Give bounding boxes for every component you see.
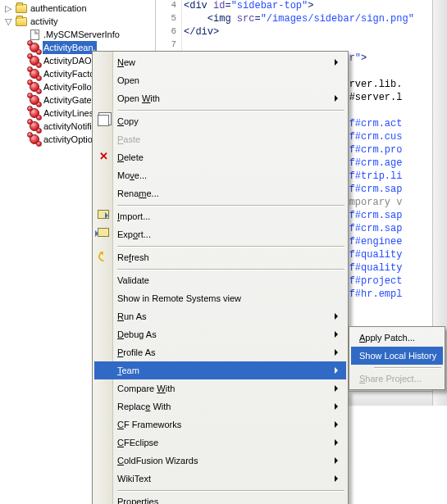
- tree-item[interactable]: .MySCMServerInfo: [0, 28, 155, 41]
- tree-item-label: ActivityBean.: [43, 41, 97, 54]
- submenu-arrow-icon: [335, 403, 341, 410]
- submenu-arrow-icon: [335, 439, 341, 446]
- menu-item-label: Refresh: [117, 252, 149, 262]
- submenu-arrow-icon: [335, 457, 341, 464]
- menu-item[interactable]: Copy: [94, 112, 346, 130]
- line-number: 5: [156, 13, 181, 26]
- submenu-arrow-icon: [335, 59, 341, 66]
- code-line[interactable]: <div id="sidebar-top">: [184, 0, 445, 13]
- menu-item-label: Open: [117, 75, 139, 85]
- submenu-arrow-icon: [335, 95, 341, 102]
- submenu-arrow-icon: [335, 475, 341, 482]
- menu-item-label: Apply Patch...: [359, 333, 415, 343]
- refresh-icon: [98, 251, 111, 264]
- menu-item-label: WikiText: [117, 474, 151, 484]
- component-icon: [28, 54, 41, 67]
- tree-item[interactable]: ▷authentication: [0, 2, 155, 15]
- menu-item[interactable]: ColdFusion Wizards: [94, 452, 346, 470]
- menu-item[interactable]: Apply Patch...: [351, 329, 443, 347]
- menu-item-label: Team: [117, 366, 139, 375]
- submenu-arrow-icon: [335, 331, 341, 338]
- tree-item[interactable]: ▽activity: [0, 15, 155, 28]
- export-icon: [98, 228, 111, 241]
- menu-item[interactable]: Properties: [94, 493, 346, 504]
- menu-item-label: Share Project...: [359, 374, 422, 384]
- menu-item-label: Copy: [117, 116, 139, 126]
- tree-item-label: activity: [30, 15, 59, 28]
- line-number: 4: [156, 0, 181, 13]
- component-icon: [28, 41, 41, 54]
- menu-item-label: Profile As: [117, 347, 155, 357]
- tree-item-label: ActivityFollo: [43, 80, 93, 93]
- menu-item[interactable]: Compare With: [94, 379, 346, 397]
- menu-item-label: Paste: [117, 134, 140, 144]
- menu-item-label: ColdFusion Wizards: [117, 456, 198, 465]
- menu-item-label: Compare With: [117, 384, 175, 393]
- menu-item[interactable]: Replace With: [94, 397, 346, 415]
- menu-item: Share Project...: [351, 370, 443, 388]
- code-line[interactable]: <img src="/images/sidebar/sign.png": [184, 13, 445, 26]
- submenu-arrow-icon: [335, 349, 341, 356]
- tree-item-label: activityOptio: [43, 133, 94, 146]
- menu-item[interactable]: New: [94, 53, 346, 71]
- file-icon: [28, 28, 41, 41]
- menu-item-label: Open With: [117, 93, 160, 103]
- tree-item-label: ActivityDAO.: [43, 54, 95, 67]
- menu-item[interactable]: CF Frameworks: [94, 415, 346, 434]
- menu-item-label: New: [117, 57, 135, 67]
- menu-item[interactable]: Open With: [94, 89, 346, 107]
- menu-item[interactable]: Rename...: [94, 184, 346, 202]
- menu-item-label: Run As: [117, 311, 146, 321]
- menu-item[interactable]: Show in Remote Systems view: [94, 289, 346, 307]
- menu-item[interactable]: Export...: [94, 225, 346, 243]
- menu-item-label: Export...: [117, 229, 151, 239]
- submenu-arrow-icon: [335, 313, 341, 320]
- menu-item[interactable]: Import...: [94, 207, 346, 225]
- tree-item-label: activityNotifi: [43, 120, 93, 133]
- menu-item[interactable]: WikiText: [94, 470, 346, 488]
- menu-item[interactable]: Validate: [94, 271, 346, 289]
- menu-item[interactable]: Open: [94, 71, 346, 89]
- copy-icon: [98, 115, 111, 128]
- folder-icon: [15, 2, 28, 15]
- menu-item[interactable]: Debug As: [94, 325, 346, 343]
- menu-item-label: Show in Remote Systems view: [117, 293, 241, 303]
- menu-item[interactable]: ✕Delete: [94, 148, 346, 166]
- menu-item[interactable]: Show Local History: [351, 347, 443, 365]
- menu-item-label: CFEclipse: [117, 438, 158, 447]
- component-icon: [28, 107, 41, 120]
- menu-item-label: Replace With: [117, 402, 171, 411]
- menu-item[interactable]: Profile As: [94, 343, 346, 361]
- folder-icon: [15, 15, 28, 28]
- line-number: 6: [156, 26, 181, 39]
- component-icon: [28, 93, 41, 107]
- tree-twisty-icon[interactable]: ▷: [2, 2, 15, 15]
- delete-icon: ✕: [98, 151, 111, 164]
- tree-item-label: .MySCMServerInfo: [43, 28, 121, 41]
- menu-item[interactable]: Move...: [94, 166, 346, 184]
- menu-item-label: Move...: [117, 170, 147, 180]
- import-icon: [98, 210, 111, 223]
- menu-item[interactable]: Refresh: [94, 248, 346, 266]
- submenu-arrow-icon: [335, 367, 341, 374]
- menu-item-label: Debug As: [117, 329, 157, 339]
- menu-item-label: Validate: [117, 275, 149, 285]
- tree-twisty-icon[interactable]: ▽: [2, 15, 15, 28]
- menu-item-label: Import...: [117, 211, 150, 221]
- context-menu[interactable]: NewOpenOpen WithCopyPaste✕DeleteMove...R…: [92, 51, 349, 504]
- menu-item-label: Delete: [117, 152, 144, 162]
- menu-item[interactable]: Run As: [94, 307, 346, 325]
- submenu-arrow-icon: [335, 421, 341, 428]
- tree-item-label: ActivityFacto: [43, 67, 95, 80]
- menu-item: Paste: [94, 130, 346, 148]
- menu-item[interactable]: Team: [94, 361, 346, 379]
- team-submenu[interactable]: Apply Patch...Show Local HistoryShare Pr…: [349, 326, 445, 390]
- tree-item-label: ActivityLines: [43, 107, 94, 120]
- menu-item-label: Properties: [117, 497, 158, 504]
- component-icon: [28, 120, 41, 133]
- menu-item-label: CF Frameworks: [117, 420, 181, 429]
- component-icon: [28, 67, 41, 80]
- code-line[interactable]: </div>: [184, 26, 445, 39]
- menu-item[interactable]: CFEclipse: [94, 434, 346, 452]
- submenu-arrow-icon: [335, 385, 341, 392]
